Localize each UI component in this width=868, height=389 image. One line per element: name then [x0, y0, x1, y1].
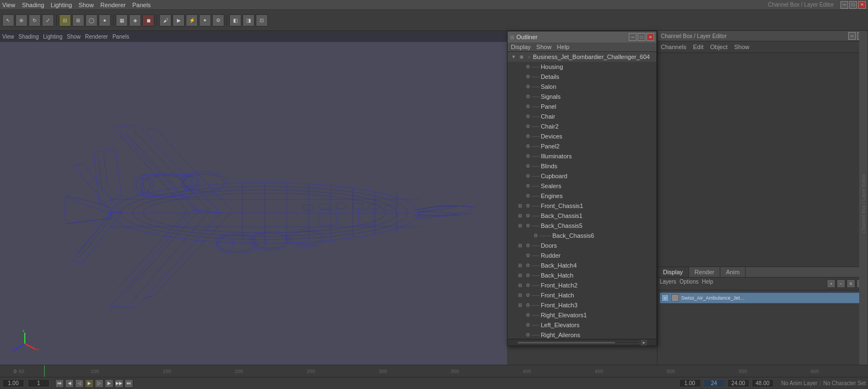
pb-prev-key-btn[interactable]: ◁	[75, 379, 84, 388]
menu-renderer[interactable]: Renderer	[100, 2, 126, 8]
tree-expand-icon[interactable]: ⊞	[516, 262, 524, 269]
vp-menu-panels[interactable]: Panels	[112, 34, 130, 40]
ch-menu-show[interactable]: Show	[734, 44, 750, 50]
vp-menu-view[interactable]: View	[2, 34, 14, 40]
layer-tab-render[interactable]: Render	[689, 267, 720, 277]
layer-tab-display[interactable]: Display	[657, 267, 689, 277]
tree-item[interactable]: ⚙───Back_Chassis6	[508, 231, 656, 241]
toolbar-select-btn[interactable]: ↖	[2, 14, 14, 26]
timeline-area[interactable]: 0 50 100 150 200 250 300 350 400 450 500…	[0, 365, 868, 377]
tree-item[interactable]: ⚙──Engines	[508, 191, 656, 201]
viewport[interactable]: View Shading Lighting Show Renderer Pane…	[0, 31, 507, 377]
vp-menu-lighting[interactable]: Lighting	[43, 34, 62, 40]
outliner-minimize-btn[interactable]: ─	[629, 33, 637, 41]
toolbar-render-btn[interactable]: ◼	[142, 14, 154, 26]
tree-root-item[interactable]: ▼ ⊞ ○ Business_Jet_Bombardier_Challenger…	[508, 52, 656, 62]
tree-item[interactable]: ⚙──Salon	[508, 82, 656, 92]
toolbar-dyn-btn[interactable]: ⚡	[186, 14, 198, 26]
tree-item[interactable]: ⚙──Chair2	[508, 121, 656, 131]
layer-subtab-options[interactable]: Options	[680, 279, 698, 289]
frame-num-field[interactable]: 1	[28, 379, 50, 387]
tree-item[interactable]: ⚙──Details	[508, 72, 656, 82]
outliner-hscroll[interactable]: ▶	[508, 339, 656, 345]
menu-panels[interactable]: Panels	[132, 2, 151, 8]
layer-subtab-help[interactable]: Help	[702, 279, 713, 289]
ch-menu-channels[interactable]: Channels	[661, 44, 686, 50]
main-minimize-btn[interactable]: ─	[840, 1, 848, 9]
tree-item[interactable]: ⚙──Cupboard	[508, 171, 656, 181]
tree-item[interactable]: ⚙──Right_Ailerons	[508, 330, 656, 339]
tree-expand-icon[interactable]: ⊞	[516, 281, 524, 289]
pb-next-frame-btn[interactable]: ▶▶	[115, 379, 123, 388]
ch-menu-object[interactable]: Object	[710, 44, 727, 50]
toolbar-sculpt-btn[interactable]: ◈	[129, 14, 141, 26]
tree-item[interactable]: ⊞⚙──Front_Chassis1	[508, 201, 656, 211]
ch-menu-edit[interactable]: Edit	[693, 44, 703, 50]
layer-delete-btn[interactable]: −	[837, 279, 845, 288]
outliner-menu-show[interactable]: Show	[536, 44, 552, 50]
vp-menu-renderer[interactable]: Renderer	[85, 34, 108, 40]
tree-expand-icon[interactable]: ⊞	[516, 242, 524, 249]
menu-lighting[interactable]: Lighting	[51, 2, 72, 8]
outliner-menu-help[interactable]: Help	[557, 44, 570, 50]
main-close-btn[interactable]: ✕	[858, 1, 866, 9]
layer-vis-toggle[interactable]: V	[661, 294, 669, 302]
rpanel-minimize-btn[interactable]: ─	[848, 32, 856, 40]
pb-goto-start-btn[interactable]: ⏮	[55, 379, 64, 388]
outliner-tree[interactable]: ▼ ⊞ ○ Business_Jet_Bombardier_Challenger…	[508, 52, 656, 339]
layer-options-btn[interactable]: ≡	[847, 279, 855, 288]
playback-end-field[interactable]: 24.00	[727, 379, 750, 387]
toolbar-surface-btn[interactable]: ●	[99, 14, 111, 26]
toolbar-extras-btn2[interactable]: ◨	[242, 14, 255, 26]
tree-item[interactable]: ⊞⚙──Front_Hatch2	[508, 280, 656, 290]
tree-item[interactable]: ⊞⚙──Front_Hatch3	[508, 300, 656, 310]
pb-play-rev-btn[interactable]: ▷	[95, 379, 104, 388]
tree-item[interactable]: ⚙──Devices	[508, 131, 656, 141]
toolbar-paint-btn[interactable]: 🖌	[159, 14, 171, 26]
tree-item[interactable]: ⊞⚙──Back_Chassis1	[508, 211, 656, 221]
layer-subtab-layers[interactable]: Layers	[660, 279, 676, 289]
vp-menu-shading[interactable]: Shading	[19, 34, 39, 40]
main-maximize-btn[interactable]: □	[849, 1, 857, 9]
tree-item[interactable]: ⚙──Rudder	[508, 251, 656, 260]
pb-next-key-btn[interactable]: ▶	[105, 379, 114, 388]
toolbar-snap-btn[interactable]: ⊟	[59, 14, 71, 26]
layer-new-btn[interactable]: +	[827, 279, 835, 288]
menu-view[interactable]: View	[2, 2, 15, 8]
layer-color-swatch[interactable]	[671, 294, 679, 302]
toolbar-move-btn[interactable]: ⊕	[15, 14, 28, 26]
channel-body[interactable]	[657, 53, 868, 267]
tree-item[interactable]: ⚙──Panel	[508, 102, 656, 111]
toolbar-extras-btn3[interactable]: ⊡	[256, 14, 268, 26]
tree-expand-icon[interactable]: ⊞	[516, 271, 524, 279]
toolbar-custom-btn[interactable]: ⚙	[212, 14, 224, 26]
layer-tab-anim[interactable]: Anim	[720, 267, 746, 277]
toolbar-grid-btn[interactable]: ⊞	[72, 14, 84, 26]
tree-expand-icon[interactable]: ⊞	[516, 212, 524, 220]
tree-item[interactable]: ⚙──Housing	[508, 62, 656, 72]
toolbar-curve-btn[interactable]: ◯	[85, 14, 98, 26]
vp-menu-show[interactable]: Show	[67, 34, 80, 40]
tree-item[interactable]: ⚙──Right_Elevators1	[508, 310, 656, 320]
toolbar-poly-btn[interactable]: ▦	[116, 14, 128, 26]
tree-item[interactable]: ⚙──Sealers	[508, 181, 656, 191]
pb-prev-frame-btn[interactable]: ◀	[65, 379, 74, 388]
toolbar-extras-btn1[interactable]: ◧	[229, 14, 241, 26]
tree-item[interactable]: ⊞⚙──Back_Hatch4	[508, 260, 656, 270]
tree-item[interactable]: ⊞⚙──Back_Hatch	[508, 270, 656, 280]
toolbar-rotate-btn[interactable]: ↻	[29, 14, 41, 26]
current-frame-field[interactable]: 24	[703, 379, 725, 387]
tree-item[interactable]: ⚙──Blinds	[508, 161, 656, 171]
root-expand-icon[interactable]: ▼	[510, 53, 517, 61]
anim-start-field[interactable]: 1.00	[679, 379, 701, 387]
tree-item[interactable]: ⚙──Illuminators	[508, 151, 656, 161]
tl-ruler[interactable]: 50 100 150 200 250 300 350 400 450 500 5…	[19, 365, 866, 377]
tree-item[interactable]: ⊞⚙──Doors	[508, 241, 656, 251]
pb-play-btn[interactable]: ▶	[85, 379, 94, 388]
outliner-menu-display[interactable]: Display	[511, 44, 531, 50]
toolbar-anim-btn[interactable]: ▶	[172, 14, 185, 26]
menu-show[interactable]: Show	[79, 2, 94, 8]
tree-expand-icon[interactable]: ⊞	[516, 222, 524, 230]
tree-item[interactable]: ⚙──Left_Elevators	[508, 320, 656, 330]
frame-value-field[interactable]: 1.00	[2, 379, 24, 387]
